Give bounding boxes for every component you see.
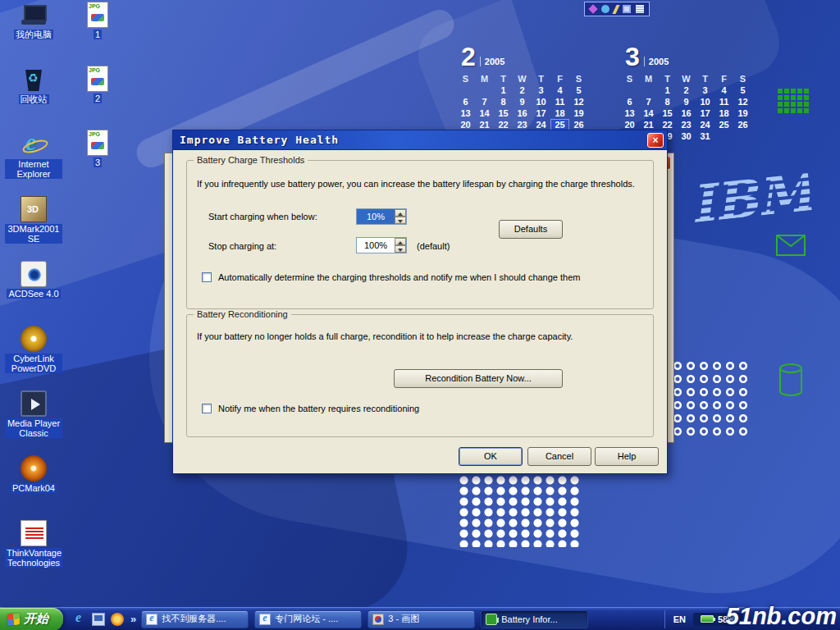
notify-reconditioning-checkbox-label[interactable]: Notify me when the battery requires reco… [218, 404, 419, 413]
desktop-icon-column-2: 123 [75, 2, 120, 194]
desktop-icon-jpg-file[interactable]: 3 [75, 130, 120, 194]
cancel-button[interactable]: Cancel [527, 447, 591, 466]
desktop-icon-pcmark04[interactable]: PCMark04 [5, 455, 62, 520]
thresholds-description: If you infrequently use battery power, y… [197, 179, 635, 189]
calendar-day: 6 [456, 96, 475, 107]
calendar-month-number: 2 [461, 44, 476, 69]
start-threshold-value[interactable]: 10% [357, 209, 395, 224]
acdsee-icon [21, 261, 47, 287]
jpg-file-icon [87, 66, 108, 92]
recondition-battery-button[interactable]: Recondition Battery Now... [394, 369, 563, 388]
desktop-icon-label: Internet Explorer [5, 159, 62, 179]
group-legend: Battery Reconditioning [194, 309, 291, 319]
desktop-icon-column-1: 我的电脑回收站Internet Explorer3DMark2001 SEACD… [5, 2, 62, 585]
spin-up-icon[interactable] [395, 238, 406, 245]
start-threshold-spinner[interactable]: 10% [356, 208, 407, 225]
desktop-icon-jpg-file[interactable]: 1 [75, 2, 120, 66]
auto-determine-checkbox-label[interactable]: Automatically determine the charging thr… [218, 272, 580, 282]
calendar-day: 22 [658, 119, 677, 130]
calendar-day: 24 [532, 119, 550, 130]
desktop-icon-internet-explorer[interactable]: Internet Explorer [5, 131, 62, 196]
pen-icon[interactable] [612, 5, 619, 14]
calendar-day: 18 [550, 107, 569, 119]
desktop-icon-jpg-file[interactable]: 2 [75, 66, 120, 130]
dialog-body: Battery Charge Thresholds If you infrequ… [173, 150, 667, 473]
calendar-day: 23 [513, 119, 532, 130]
start-button[interactable]: 开始 [0, 608, 63, 630]
calendar-day: 4 [550, 84, 569, 96]
dialog-title-bar[interactable]: Improve Battery Health × [173, 130, 667, 150]
auto-determine-checkbox[interactable] [202, 272, 212, 282]
stop-charging-label: Stop charging at: [208, 241, 276, 251]
globe-icon[interactable] [601, 5, 609, 13]
calendar-year: 2005 [480, 57, 504, 66]
diamond-icon[interactable] [588, 4, 597, 13]
monitor-icon[interactable] [623, 5, 631, 13]
notes-icon[interactable] [636, 5, 644, 13]
ie-page-icon [259, 614, 271, 625]
quicklaunch-windows-media-icon[interactable] [111, 613, 124, 626]
spin-up-icon[interactable] [395, 209, 406, 217]
calendar-day-header: F [714, 73, 733, 84]
task-button-label: 找不到服务器.... [162, 613, 226, 625]
battery-charge-thresholds-group: Battery Charge Thresholds If you infrequ… [186, 160, 654, 309]
battery-icon [701, 615, 714, 623]
defaults-button[interactable]: Defaults [499, 220, 563, 239]
thinkvantage-icon [21, 520, 47, 546]
calendar-day: 1 [658, 84, 677, 96]
task-button-label: 3 - 画图 [388, 613, 419, 625]
default-note: (default) [417, 241, 450, 251]
task-button-area: 找不到服务器....专门网论坛 - ....3 - 画图Battery Info… [141, 610, 588, 628]
quicklaunch-internet-explorer-icon[interactable] [73, 613, 86, 626]
task-button[interactable]: 3 - 画图 [368, 610, 475, 628]
notify-reconditioning-checkbox[interactable] [202, 404, 212, 413]
desktop-icon-powerdvd[interactable]: CyberLink PowerDVD [5, 326, 62, 390]
calendar-day: 5 [733, 84, 752, 96]
stop-threshold-spinner[interactable]: 100% [356, 237, 407, 253]
calendar-day [714, 130, 733, 142]
task-button[interactable]: 专门网论坛 - .... [254, 610, 362, 628]
3dmark2001-icon [21, 196, 47, 222]
desktop-icon-3dmark2001[interactable]: 3DMark2001 SE [5, 196, 62, 261]
calendar-day: 24 [696, 119, 714, 130]
desktop-icon-acdsee[interactable]: ACDSee 4.0 [5, 261, 62, 326]
chevron-right-icon[interactable]: » [130, 613, 136, 625]
desktop-icon-label: CyberLink PowerDVD [5, 354, 62, 373]
desktop-icon-thinkvantage[interactable]: ThinkVantage Technologies [5, 520, 62, 585]
spin-down-icon[interactable] [395, 217, 406, 224]
watermark: 51nb.com [726, 603, 837, 630]
calendar-day-header: S [620, 73, 639, 84]
spin-down-icon[interactable] [395, 245, 406, 253]
language-indicator[interactable]: EN [673, 614, 686, 624]
close-icon[interactable]: × [647, 133, 664, 148]
calendar-day: 31 [696, 130, 714, 142]
help-button[interactable]: Help [595, 447, 659, 466]
calendar-day-header: T [532, 73, 550, 84]
calendar-day-header: T [696, 73, 714, 84]
calendar-day-header: M [639, 73, 658, 84]
task-button[interactable]: 找不到服务器.... [141, 610, 249, 628]
ok-button[interactable]: OK [459, 447, 523, 466]
desktop-icon-my-computer[interactable]: 我的电脑 [5, 2, 62, 66]
calendar-day: 6 [620, 96, 639, 107]
internet-explorer-icon [21, 131, 47, 158]
desktop-icon-recycle-bin[interactable]: 回收站 [5, 66, 62, 131]
calendar-day-header: M [475, 73, 494, 84]
quicklaunch-show-desktop-icon[interactable] [92, 613, 105, 626]
calendar-day: 16 [677, 107, 696, 119]
calendar-day: 8 [658, 96, 677, 107]
stop-threshold-value[interactable]: 100% [357, 238, 395, 253]
ie-page-icon [146, 614, 158, 625]
calendar-day: 19 [733, 107, 752, 119]
svg-text:IBM: IBM [687, 162, 814, 235]
calendar-day: 8 [494, 96, 513, 107]
recycle-bin-icon [21, 66, 47, 93]
calendar-year: 2005 [644, 57, 669, 66]
calendar-day: 7 [475, 96, 494, 107]
calendar-day: 23 [677, 119, 696, 130]
calendar-day [475, 84, 494, 96]
desktop-icon-label: 3DMark2001 SE [5, 224, 62, 244]
task-button[interactable]: Battery Infor... [481, 610, 588, 628]
calendar-day: 2 [677, 84, 696, 96]
desktop-icon-media-player-classic[interactable]: Media Player Classic [5, 390, 62, 455]
